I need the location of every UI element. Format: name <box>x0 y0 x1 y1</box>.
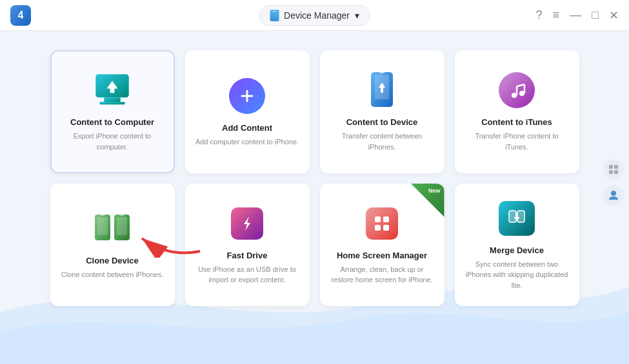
svg-rect-33 <box>614 170 618 174</box>
right-sidebar <box>603 159 624 206</box>
svg-point-34 <box>611 191 616 196</box>
svg-rect-27 <box>517 211 524 222</box>
new-badge: New <box>411 184 444 217</box>
fast-drive-square <box>231 207 263 240</box>
restore-icon[interactable]: □ <box>592 8 599 22</box>
merge-device-icon <box>497 199 536 238</box>
titlebar-right: ? ≡ — □ ✕ <box>536 8 619 23</box>
fast-drive-icon <box>228 204 266 243</box>
add-content-card[interactable]: Add Content Add computer content to iPho… <box>185 50 310 173</box>
svg-rect-2 <box>99 102 125 104</box>
merge-device-title: Merge Device <box>490 245 544 255</box>
merge-device-desc: Sync content between two iPhones with sk… <box>465 259 569 291</box>
close-icon[interactable]: ✕ <box>609 8 619 23</box>
titlebar-left: 4 <box>10 5 31 26</box>
content-to-device-icon <box>363 71 401 110</box>
home-screen-manager-desc: Arrange, clean, back up or restore home … <box>330 264 434 285</box>
add-content-icon <box>228 77 266 115</box>
person-icon <box>608 190 619 200</box>
svg-rect-24 <box>375 225 381 231</box>
svg-rect-26 <box>509 211 516 222</box>
svg-rect-32 <box>609 170 613 174</box>
chevron-down-icon: ▾ <box>355 10 359 21</box>
clone-phones-icon <box>94 211 131 247</box>
content-to-computer-card[interactable]: Content to Computer Export iPhone conten… <box>50 50 175 173</box>
grid-view-icon <box>608 164 619 175</box>
phone-small-icon <box>270 10 279 21</box>
grid-apps-icon <box>373 215 391 233</box>
content-to-itunes-icon <box>497 71 536 110</box>
phone-arrow-icon <box>366 71 398 110</box>
add-content-circle <box>229 78 265 114</box>
svg-rect-23 <box>383 216 389 222</box>
content-to-computer-desc: Export iPhone content to computer. <box>62 131 163 152</box>
app-logo[interactable]: 4 <box>10 5 31 26</box>
main-content: Content to Computer Export iPhone conten… <box>0 31 629 325</box>
content-to-itunes-desc: Transfer iPhone content to iTunes. <box>465 131 569 152</box>
add-content-title: Add Content <box>222 123 272 133</box>
fast-drive-title: Fast Drive <box>227 251 268 260</box>
person-button[interactable] <box>603 185 624 206</box>
svg-rect-19 <box>117 217 127 235</box>
music-note-icon <box>508 81 526 99</box>
content-to-device-card[interactable]: Content to Device Transfer content betwe… <box>320 50 444 173</box>
svg-line-13 <box>517 84 524 86</box>
merge-device-square <box>499 201 535 236</box>
fast-drive-card[interactable]: Fast Drive Use iPhone as an USB drive to… <box>185 184 310 307</box>
fast-drive-desc: Use iPhone as an USB drive to import or … <box>195 264 299 285</box>
itunes-circle <box>499 72 535 108</box>
merge-device-card[interactable]: Merge Device Sync content between two iP… <box>455 184 579 307</box>
minimize-icon[interactable]: — <box>570 8 581 22</box>
svg-marker-21 <box>244 216 250 231</box>
home-screen-square <box>366 207 398 240</box>
svg-rect-1 <box>104 97 121 102</box>
home-screen-manager-icon <box>363 204 401 243</box>
content-to-device-desc: Transfer content between iPhones. <box>330 131 434 152</box>
home-screen-manager-title: Home Screen Manager <box>337 251 427 260</box>
svg-rect-31 <box>614 165 618 169</box>
merge-arrow-icon <box>506 208 527 229</box>
grid-view-button[interactable] <box>603 159 624 180</box>
feature-grid: Content to Computer Export iPhone conten… <box>50 50 579 306</box>
svg-rect-30 <box>609 165 613 169</box>
content-to-itunes-card[interactable]: Content to iTunes Transfer iPhone conten… <box>455 50 579 173</box>
clone-device-title: Clone Device <box>86 256 139 265</box>
titlebar-center: Device Manager ▾ <box>259 5 370 26</box>
help-icon[interactable]: ? <box>536 8 543 22</box>
svg-rect-16 <box>97 217 108 235</box>
titlebar: 4 Device Manager ▾ ? ≡ — □ ✕ <box>0 0 629 31</box>
content-to-device-title: Content to Device <box>346 117 418 127</box>
svg-rect-25 <box>383 225 389 231</box>
content-to-computer-title: Content to Computer <box>70 117 154 127</box>
plus-icon <box>238 87 256 105</box>
clone-device-icon <box>93 209 132 248</box>
home-screen-manager-card[interactable]: New Home Screen Manager Arrange, clean, … <box>320 184 444 307</box>
content-to-itunes-title: Content to iTunes <box>481 117 552 127</box>
menu-icon[interactable]: ≡ <box>553 8 560 22</box>
clone-device-desc: Clone content between iPhones. <box>61 269 163 280</box>
content-to-computer-icon <box>93 71 132 110</box>
clone-device-card[interactable]: Clone Device Clone content between iPhon… <box>50 184 175 307</box>
device-manager-label: Device Manager <box>284 10 350 21</box>
svg-rect-22 <box>375 216 381 222</box>
device-manager-button[interactable]: Device Manager ▾ <box>259 5 370 26</box>
add-content-desc: Add computer content to iPhone. <box>195 137 299 148</box>
lightning-icon <box>239 215 255 232</box>
